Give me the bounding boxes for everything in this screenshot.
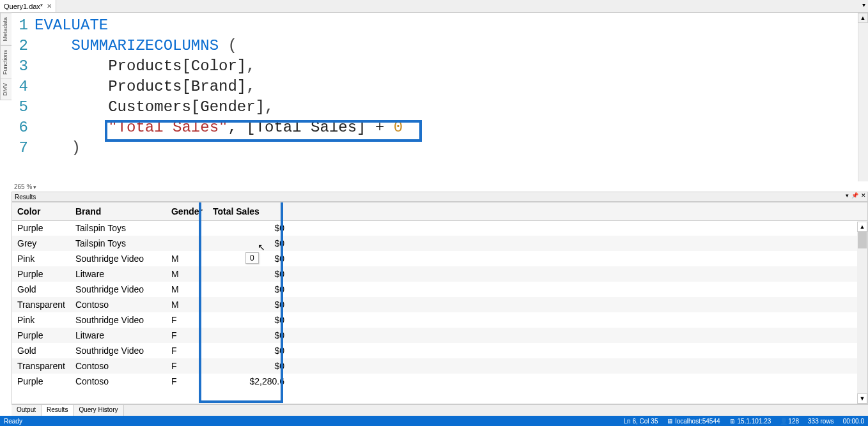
cell-total-sales[interactable]: $0: [208, 220, 290, 236]
cell-brand[interactable]: Tailspin Toys: [70, 236, 166, 251]
grid-scrollbar[interactable]: ▲ ▼: [857, 222, 867, 404]
status-cursor-pos: Ln 6, Col 35: [624, 418, 658, 425]
code-line[interactable]: Products[Color],: [35, 56, 868, 77]
cell-total-sales[interactable]: $0: [208, 358, 290, 374]
cell-filler: [290, 343, 867, 358]
column-header-total-sales[interactable]: Total Sales: [208, 202, 290, 220]
cell-total-sales[interactable]: $2,280.6: [208, 374, 290, 389]
cell-brand[interactable]: Southridge Video: [70, 282, 166, 297]
cell-total-sales[interactable]: $0: [208, 266, 290, 282]
grid-scroll-up-icon[interactable]: ▲: [857, 222, 867, 232]
cell-brand[interactable]: Southridge Video: [70, 343, 166, 358]
cell-gender[interactable]: F: [166, 374, 208, 389]
cell-color[interactable]: Gold: [12, 343, 70, 358]
table-row[interactable]: GoldSouthridge VideoM$0: [12, 282, 867, 297]
cell-brand[interactable]: Southridge Video: [70, 251, 166, 266]
grid-scroll-thumb[interactable]: [858, 232, 867, 248]
cell-gender[interactable]: M: [166, 282, 208, 297]
cell-gender[interactable]: [166, 236, 208, 251]
editor-scrollbar[interactable]: [858, 13, 868, 181]
cell-total-sales[interactable]: $0: [208, 297, 290, 312]
cell-brand[interactable]: Tailspin Toys: [70, 220, 166, 236]
column-header-brand[interactable]: Brand: [70, 202, 166, 220]
table-row[interactable]: PinkSouthridge VideoM$0: [12, 251, 867, 266]
table-row[interactable]: PurpleLitwareM$0: [12, 266, 867, 282]
code-line[interactable]: SUMMARIZECOLUMNS (: [35, 36, 868, 56]
results-grid[interactable]: Color Brand Gender Total Sales PurpleTai…: [12, 202, 867, 389]
table-row[interactable]: GoldSouthridge VideoF$0: [12, 343, 867, 358]
cell-filler: [290, 312, 867, 328]
cell-filler: [290, 297, 867, 312]
panel-menu-icon[interactable]: ▾: [846, 192, 849, 199]
code-line[interactable]: ): [35, 138, 868, 158]
code-line[interactable]: Customers[Gender],: [35, 97, 868, 118]
panel-pin-icon[interactable]: 📌: [851, 192, 858, 199]
panel-close-icon[interactable]: ✕: [861, 192, 866, 199]
cell-color[interactable]: Purple: [12, 374, 70, 389]
cell-color[interactable]: Transparent: [12, 358, 70, 374]
cell-total-sales[interactable]: $0: [208, 312, 290, 328]
table-row[interactable]: TransparentContosoF$0: [12, 358, 867, 374]
cell-brand[interactable]: Contoso: [70, 297, 166, 312]
column-header-gender[interactable]: Gender: [166, 202, 208, 220]
cell-color[interactable]: Pink: [12, 312, 70, 328]
file-tab-label: Query1.dax*: [4, 3, 43, 10]
cell-color[interactable]: Pink: [12, 251, 70, 266]
side-tab-functions[interactable]: Functions: [0, 45, 12, 79]
side-tab-dmv[interactable]: DMV: [0, 79, 12, 100]
close-icon[interactable]: ✕: [47, 3, 52, 10]
cell-color[interactable]: Gold: [12, 282, 70, 297]
cell-color[interactable]: Grey: [12, 236, 70, 251]
code-area[interactable]: EVALUATE SUMMARIZECOLUMNS ( Products[Col…: [35, 15, 868, 158]
code-token: ,: [246, 78, 255, 95]
file-tab[interactable]: Query1.dax* ✕: [0, 0, 56, 12]
cell-gender[interactable]: [166, 220, 208, 236]
cell-gender[interactable]: M: [166, 266, 208, 282]
cell-gender[interactable]: F: [166, 358, 208, 374]
code-line[interactable]: Products[Brand],: [35, 77, 868, 97]
cell-gender[interactable]: F: [166, 343, 208, 358]
table-row[interactable]: GreyTailspin Toys$0: [12, 236, 867, 251]
column-header-color[interactable]: Color: [12, 202, 70, 220]
side-tab-metadata[interactable]: Metadata: [0, 13, 12, 46]
table-row[interactable]: PurpleLitwareF$0: [12, 328, 867, 343]
code-token: [35, 119, 108, 136]
table-row[interactable]: PinkSouthridge VideoF$0: [12, 312, 867, 328]
tab-query-history[interactable]: Query History: [74, 405, 123, 416]
cell-color[interactable]: Purple: [12, 266, 70, 282]
results-panel-title: Results: [15, 194, 36, 201]
cell-brand[interactable]: Litware: [70, 328, 166, 343]
cell-total-sales[interactable]: $0: [208, 236, 290, 251]
tab-results[interactable]: Results: [42, 405, 74, 416]
cell-gender[interactable]: F: [166, 328, 208, 343]
cell-total-sales[interactable]: $0: [208, 282, 290, 297]
zoom-dropdown-icon[interactable]: ▾: [33, 184, 36, 190]
cell-brand[interactable]: Southridge Video: [70, 312, 166, 328]
cell-gender[interactable]: F: [166, 312, 208, 328]
tab-dropdown-icon[interactable]: ▾: [862, 1, 865, 8]
grid-scroll-down-icon[interactable]: ▼: [857, 393, 867, 404]
tab-output[interactable]: Output: [12, 405, 42, 416]
editor-scroll-up-icon[interactable]: ▲: [858, 13, 868, 23]
code-line[interactable]: "Total Sales", [Total Sales] + 0: [35, 118, 868, 138]
code-line[interactable]: EVALUATE: [35, 15, 868, 36]
table-row[interactable]: PurpleTailspin Toys$0: [12, 220, 867, 236]
table-row[interactable]: PurpleContosoF$2,280.6: [12, 374, 867, 389]
cell-brand[interactable]: Contoso: [70, 358, 166, 374]
cell-color[interactable]: Transparent: [12, 297, 70, 312]
code-token: ): [35, 139, 81, 156]
code-token: (: [219, 37, 237, 54]
cell-brand[interactable]: Contoso: [70, 374, 166, 389]
zoom-indicator[interactable]: 265 %▾: [14, 183, 36, 190]
table-row[interactable]: TransparentContosoM$0: [12, 297, 867, 312]
cell-total-sales[interactable]: $0: [208, 328, 290, 343]
cell-total-sales[interactable]: $0: [208, 343, 290, 358]
cell-color[interactable]: Purple: [12, 328, 70, 343]
code-editor[interactable]: 1234567 EVALUATE SUMMARIZECOLUMNS ( Prod…: [12, 13, 868, 192]
results-grid-container: Color Brand Gender Total Sales PurpleTai…: [12, 202, 868, 404]
cell-brand[interactable]: Litware: [70, 266, 166, 282]
cell-gender[interactable]: M: [166, 297, 208, 312]
code-token: , [Total Sales] +: [228, 119, 393, 136]
cell-gender[interactable]: M: [166, 251, 208, 266]
cell-color[interactable]: Purple: [12, 220, 70, 236]
